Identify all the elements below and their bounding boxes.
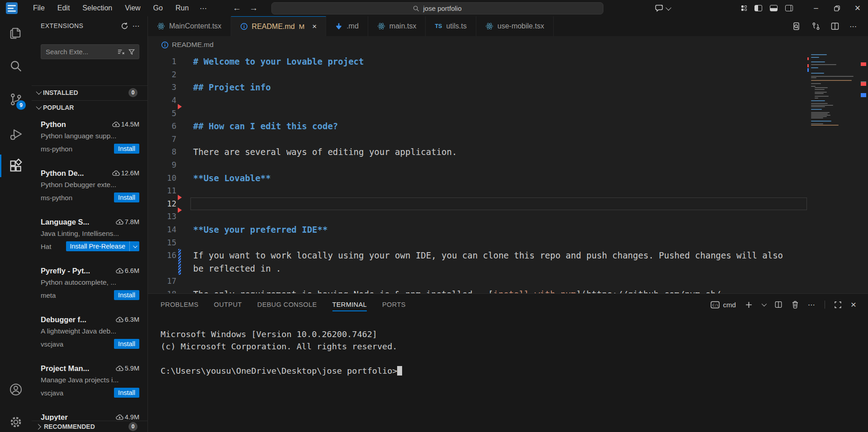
- extension-item-project-man[interactable]: Project Man...5.9MManage Java projects i…: [32, 359, 147, 408]
- menu-go[interactable]: Go: [148, 3, 168, 14]
- explorer-icon[interactable]: [0, 21, 32, 44]
- code-editor[interactable]: 1# Welcome to your Lovable project23## P…: [148, 53, 868, 293]
- install-button[interactable]: Install: [114, 290, 139, 300]
- open-changes-search-icon[interactable]: [792, 22, 802, 31]
- split-editor-icon[interactable]: [830, 22, 840, 31]
- overview-ruler[interactable]: [859, 53, 868, 293]
- extensions-icon[interactable]: [0, 154, 32, 178]
- account-icon[interactable]: [0, 378, 32, 401]
- history-forward-icon[interactable]: →: [249, 3, 258, 13]
- new-terminal-plus-icon[interactable]: [745, 301, 753, 309]
- code-line-11[interactable]: 11: [148, 184, 868, 197]
- code-line-10[interactable]: 10**Use Lovable**: [148, 171, 868, 184]
- install-button[interactable]: Install: [114, 339, 139, 349]
- tab-maincontent-tsx[interactable]: MainContent.tsx: [148, 16, 231, 36]
- extension-item-debugger-f[interactable]: Debugger f...6.3MA lightweight Java deb.…: [32, 310, 147, 359]
- copilot-chat-button[interactable]: [655, 4, 670, 12]
- code-line-1[interactable]: 1# Welcome to your Lovable project: [148, 55, 868, 68]
- code-line-2[interactable]: 2: [148, 68, 868, 81]
- refresh-icon[interactable]: [119, 20, 130, 32]
- run-debug-icon[interactable]: [0, 123, 32, 146]
- minimap[interactable]: [807, 53, 859, 130]
- install-dropdown-chevron-icon[interactable]: [129, 241, 139, 251]
- views-more-icon[interactable]: ⋯: [130, 20, 142, 32]
- menu-selection[interactable]: Selection: [77, 3, 118, 14]
- code-line-15[interactable]: 15: [148, 236, 868, 249]
- close-panel-icon[interactable]: ×: [851, 299, 856, 310]
- customize-layout-icon[interactable]: [741, 5, 747, 11]
- code-line-18[interactable]: 18The only requirement is having Node.js…: [148, 288, 868, 293]
- extension-item-python-de[interactable]: Python De...12.6MPython Debugger exte...…: [32, 164, 147, 212]
- section-recommended[interactable]: RECOMMENDED 0: [32, 421, 147, 432]
- menu-file[interactable]: File: [28, 3, 50, 14]
- panel-tab-debug-console[interactable]: DEBUG CONSOLE: [257, 294, 317, 315]
- search-sidebar-icon[interactable]: [0, 54, 32, 78]
- terminal-output[interactable]: Microsoft Windows [Version 10.0.26200.74…: [161, 328, 859, 377]
- editor-more-icon[interactable]: ⋯: [849, 22, 857, 31]
- code-line-13[interactable]: 13: [148, 210, 868, 223]
- filter-lines-icon[interactable]: [117, 48, 125, 55]
- vscode-logo-icon[interactable]: [6, 2, 18, 14]
- window-minimize-button[interactable]: –: [806, 0, 826, 16]
- panel-tab-problems[interactable]: PROBLEMS: [161, 294, 199, 315]
- code-line-9[interactable]: 9: [148, 159, 868, 172]
- code-line-8[interactable]: 8There are several ways of editing your …: [148, 146, 868, 159]
- code-line-5[interactable]: 5: [148, 107, 868, 120]
- download-count: 6.3M: [116, 316, 139, 323]
- settings-gear-icon[interactable]: [0, 410, 32, 432]
- panel-tab-terminal[interactable]: TERMINAL: [332, 294, 367, 315]
- panel-more-icon[interactable]: ⋯: [808, 301, 816, 309]
- filter-funnel-icon[interactable]: [128, 48, 135, 55]
- code-line-16-wrap[interactable]: be reflected in .: [148, 262, 868, 275]
- kill-terminal-trash-icon[interactable]: [792, 301, 799, 309]
- code-line-17[interactable]: 17: [148, 275, 868, 288]
- toggle-primary-sidebar-icon[interactable]: [754, 5, 762, 11]
- extension-item-python[interactable]: Python14.5MPython language supp...ms-pyt…: [32, 115, 147, 164]
- breadcrumb[interactable]: README.md: [148, 36, 868, 53]
- compare-changes-icon[interactable]: [811, 22, 821, 31]
- extension-item-language-s[interactable]: Language S...7.8MJava Linting, Intellise…: [32, 212, 147, 261]
- menu-view[interactable]: View: [119, 3, 146, 14]
- history-back-icon[interactable]: ←: [232, 3, 241, 13]
- tab-md[interactable]: .md: [326, 16, 368, 36]
- code-line-12[interactable]: 12: [148, 197, 868, 211]
- close-tab-icon[interactable]: ×: [312, 23, 317, 30]
- split-terminal-icon[interactable]: [774, 301, 783, 309]
- install-button[interactable]: Install Pre-Release: [66, 241, 140, 251]
- code-line-16[interactable]: 16If you want to work locally using your…: [148, 249, 868, 262]
- menu-run[interactable]: Run: [170, 3, 194, 14]
- menu-edit[interactable]: Edit: [52, 3, 76, 14]
- menu-more-icon[interactable]: ⋯: [194, 3, 213, 14]
- maximize-panel-icon[interactable]: [834, 301, 842, 309]
- tab-utils-ts[interactable]: TSutils.ts: [426, 16, 476, 36]
- install-button[interactable]: Install: [114, 193, 139, 202]
- terminal-profile-chevron-icon[interactable]: [761, 301, 766, 306]
- install-button[interactable]: Install: [114, 388, 139, 398]
- command-center-search[interactable]: jose portfolio: [271, 2, 603, 14]
- code-line-7[interactable]: 7: [148, 133, 868, 146]
- extension-item-pyrefly-pyt[interactable]: Pyrefly - Pyt...6.6MPython autocomplete,…: [32, 261, 147, 310]
- code-line-3[interactable]: 3## Project info: [148, 81, 868, 94]
- minimap-line: [811, 54, 827, 55]
- window-close-button[interactable]: ×: [847, 0, 868, 16]
- source-control-icon[interactable]: 9: [0, 88, 32, 111]
- section-popular[interactable]: POPULAR: [32, 100, 147, 114]
- tab-use-mobile-tsx[interactable]: use-mobile.tsx: [476, 16, 554, 36]
- tab-readme-md[interactable]: README.mdM×: [231, 16, 327, 36]
- toggle-secondary-sidebar-icon[interactable]: [785, 5, 793, 11]
- tab-main-tsx[interactable]: main.tsx: [368, 16, 426, 36]
- code-line-6[interactable]: 6## How can I edit this code?: [148, 120, 868, 133]
- install-button[interactable]: Install: [114, 144, 139, 154]
- panel-tab-ports[interactable]: PORTS: [382, 294, 406, 315]
- code-line-4[interactable]: 4: [148, 94, 868, 107]
- panel-tab-output[interactable]: OUTPUT: [214, 294, 242, 315]
- toggle-panel-icon[interactable]: [770, 5, 778, 11]
- tab-label: MainContent.tsx: [169, 22, 222, 30]
- download-count-value: 14.5M: [121, 121, 139, 128]
- section-installed[interactable]: INSTALLED 0: [32, 85, 147, 99]
- terminal-shell-label[interactable]: C:\ cmd: [711, 301, 735, 309]
- search-extensions-input[interactable]: Search Exte...: [41, 44, 139, 59]
- minimap-line: [811, 109, 822, 110]
- window-restore-button[interactable]: [826, 0, 847, 16]
- code-line-14[interactable]: 14**Use your preferred IDE**: [148, 223, 868, 236]
